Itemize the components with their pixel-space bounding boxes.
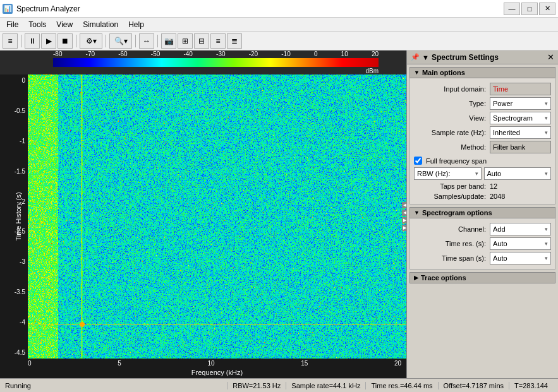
samples-value: 2048 xyxy=(490,193,551,200)
panel-close-icon[interactable]: ✕ xyxy=(547,52,554,62)
view-dropdown[interactable]: Spectrogram ▾ xyxy=(490,112,551,124)
toolbar-layout-btn3[interactable]: ≡ xyxy=(210,33,226,49)
rbw-dropdown-right[interactable]: Auto ▾ xyxy=(484,167,552,180)
spectrogram-canvas[interactable] xyxy=(28,74,406,359)
channel-label: Channel: xyxy=(414,225,490,233)
menu-simulation[interactable]: Simulation xyxy=(78,19,123,30)
y-axis-label: Time History (s) xyxy=(15,192,22,241)
status-time: T=283.144 xyxy=(509,382,553,389)
colorscale-unit: dBm xyxy=(53,68,379,74)
sample-rate-dropdown[interactable]: Inherited ▾ xyxy=(490,126,551,139)
status-rbw: RBW=21.53 Hz xyxy=(227,382,286,389)
maximize-button[interactable]: □ xyxy=(521,3,538,15)
expand-arrows: ◀ ◀ ▶ ▶ xyxy=(402,202,406,231)
spectrogram-options-header[interactable]: ▼ Spectrogram options xyxy=(409,207,555,218)
cs-label-minus80: -80 xyxy=(53,50,62,57)
time-span-label: Time span (s): xyxy=(414,254,490,262)
expand-arrow-4[interactable]: ▶ xyxy=(402,225,406,231)
panel-title-bar: 📌 ▼ Spectrum Settings ✕ xyxy=(407,50,558,64)
samples-label: Samples/update: xyxy=(414,193,490,200)
expand-arrow-3[interactable]: ▶ xyxy=(402,217,406,223)
expand-arrow-2[interactable]: ◀ xyxy=(402,210,406,216)
time-res-label: Time res. (s): xyxy=(414,240,490,247)
cs-label-minus70: -70 xyxy=(86,50,95,57)
cs-label-0: 0 xyxy=(314,50,318,57)
rbw-dropdown-left[interactable]: RBW (Hz): ▾ xyxy=(414,167,482,180)
cs-label-10: 10 xyxy=(341,50,348,57)
crosshair-vertical xyxy=(82,74,82,359)
cs-label-minus30: -30 xyxy=(216,50,225,57)
input-domain-value: Time xyxy=(490,83,551,95)
type-label: Type: xyxy=(414,100,490,107)
spectrum-settings-panel: 📌 ▼ Spectrum Settings ✕ ▼ Main options I… xyxy=(406,50,558,378)
status-time-res: Time res.=46.44 ms xyxy=(365,382,437,389)
title-bar: 📊 Spectrum Analyzer — □ ✕ xyxy=(0,0,558,18)
status-offset: Offset=4.7187 mins xyxy=(438,382,509,389)
panel-expand-icon[interactable]: ▼ xyxy=(422,54,429,61)
toolbar-pause-btn[interactable]: ⏸ xyxy=(25,33,40,49)
type-dropdown[interactable]: Power ▾ xyxy=(490,97,551,110)
panel-title: Spectrum Settings xyxy=(432,53,499,62)
trace-options-arrow: ▶ xyxy=(414,275,418,281)
time-res-dropdown[interactable]: Auto ▾ xyxy=(490,237,551,250)
cs-label-minus50: -50 xyxy=(151,50,160,57)
crosshair-dot xyxy=(80,322,85,327)
trace-options-header[interactable]: ▶ Trace options xyxy=(409,272,555,283)
toolbar-layout-btn4[interactable]: ≣ xyxy=(227,33,242,49)
main-options-label: Main options xyxy=(422,69,465,76)
main-options-arrow: ▼ xyxy=(414,69,420,76)
rbw-label: RBW (Hz): xyxy=(417,170,451,177)
x-axis: 0 5 10 15 20 xyxy=(0,359,406,368)
toolbar-settings-btn[interactable]: ⚙▾ xyxy=(80,33,102,49)
toolbar-play-btn[interactable]: ▶ xyxy=(41,33,56,49)
toolbar-stop-btn[interactable]: ⏹ xyxy=(58,33,73,49)
status-sample-rate: Sample rate=44.1 kHz xyxy=(286,382,365,389)
taps-label: Taps per band: xyxy=(414,182,490,190)
minimize-button[interactable]: — xyxy=(504,3,520,15)
panel-pin-icon[interactable]: 📌 xyxy=(411,53,420,61)
toolbar-snapshot-btn[interactable]: 📷 xyxy=(161,33,176,49)
cs-label-minus40: -40 xyxy=(183,50,192,57)
cs-label-minus60: -60 xyxy=(118,50,127,57)
app-title: Spectrum Analyzer xyxy=(16,4,80,13)
toolbar-scale-btn[interactable]: ↔ xyxy=(139,33,154,49)
plot-area: -80 -70 -60 -50 -40 -30 -20 -10 0 10 20 … xyxy=(0,50,406,378)
method-value: Filter bank xyxy=(490,141,551,153)
app-icon: 📊 xyxy=(3,4,13,14)
menu-view[interactable]: View xyxy=(51,19,78,30)
cs-label-20: 20 xyxy=(372,50,379,57)
close-button[interactable]: ✕ xyxy=(539,3,555,15)
sample-rate-label: Sample rate (Hz): xyxy=(414,129,490,136)
main-options-header[interactable]: ▼ Main options xyxy=(409,67,555,78)
menu-help[interactable]: Help xyxy=(123,19,149,30)
method-label: Method: xyxy=(414,143,490,151)
toolbar-layout-btn2[interactable]: ⊟ xyxy=(194,33,209,49)
y-axis: Time History (s) 0 -0.5 -1 -1.5 -2 -2.5 … xyxy=(0,74,28,359)
taps-value: 12 xyxy=(490,182,551,190)
status-bar: Running RBW=21.53 Hz Sample rate=44.1 kH… xyxy=(0,378,558,392)
cs-label-minus20: -20 xyxy=(249,50,258,57)
trace-options-label: Trace options xyxy=(421,274,466,282)
time-span-dropdown[interactable]: Auto ▾ xyxy=(490,252,551,264)
toolbar-layout-btn1[interactable]: ⊞ xyxy=(178,33,193,49)
toolbar: ≡ ⏸ ▶ ⏹ ⚙▾ 🔍▾ ↔ 📷 ⊞ ⊟ ≡ ≣ xyxy=(0,32,558,50)
menu-bar: File Tools View Simulation Help xyxy=(0,18,558,32)
toolbar-zoom-btn[interactable]: 🔍▾ xyxy=(109,33,132,49)
view-label: View: xyxy=(414,114,490,122)
toolbar-menu-btn[interactable]: ≡ xyxy=(3,33,18,49)
input-domain-label: Input domain: xyxy=(414,85,490,93)
cs-label-minus10: -10 xyxy=(281,50,290,57)
channel-dropdown[interactable]: Add ▾ xyxy=(490,223,551,235)
x-axis-label: Frequency (kHz) xyxy=(0,368,406,378)
status-running: Running xyxy=(5,382,31,389)
sample-rate-value: Inherited xyxy=(493,129,520,136)
expand-arrow-1[interactable]: ◀ xyxy=(402,202,406,208)
rbw-value: Auto xyxy=(487,170,502,177)
spectrogram-canvas-container[interactable]: ◀ ◀ ▶ ▶ xyxy=(28,74,406,359)
spectrogram-options-label: Spectrogram options xyxy=(422,209,492,217)
spectrogram-options-arrow: ▼ xyxy=(414,210,420,216)
full-freq-label: Full frequency span xyxy=(426,157,487,165)
menu-file[interactable]: File xyxy=(1,19,23,30)
full-freq-checkbox[interactable] xyxy=(414,157,422,165)
menu-tools[interactable]: Tools xyxy=(23,19,51,30)
